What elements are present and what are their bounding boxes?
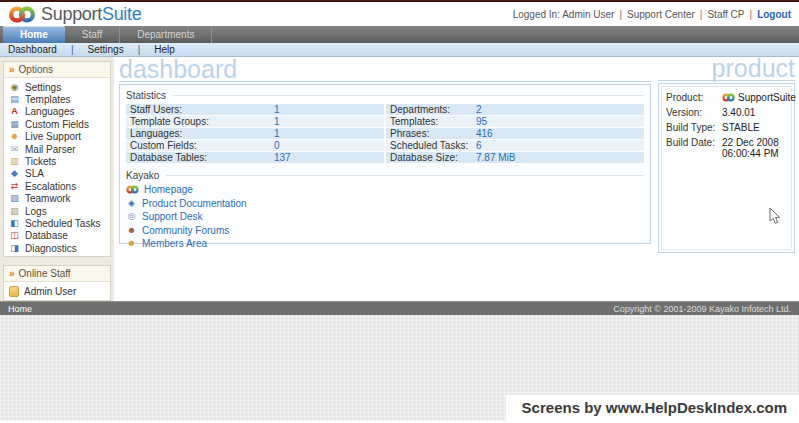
escalations-icon: ⇄ [9,181,20,192]
staff-cp-link[interactable]: Staff CP [707,9,744,20]
table-row: Custom Fields:0 Scheduled Tasks:6 [126,140,644,151]
support-desk-link[interactable]: ◎Support Desk [126,211,644,222]
product-documentation-icon: ◈ [126,198,137,209]
page-background: Screens by www.HelpDeskIndex.com [0,315,799,421]
sidebar-item-live-support[interactable]: ☻Live Support [4,131,110,143]
table-row: Database Tables:137 Database Size:7.87 M… [126,152,644,163]
sidebar-item-custom-fields[interactable]: ▦Custom Fields [4,118,110,130]
product-documentation-link[interactable]: ◈Product Documentation [126,198,644,209]
sidebar-item-admin-user[interactable]: Admin User [4,285,110,297]
languages-icon: A [9,106,20,117]
content-area: » Options ◉Settings ▤Templates ALanguage… [0,57,799,301]
sidebar-item-templates[interactable]: ▤Templates [4,93,110,105]
product-panel-inner: Product: SupportSuite Version:3.40.01 Bu… [661,86,792,250]
chevrons-icon: » [9,66,15,74]
online-staff-items: Admin User [4,282,110,299]
subnav-help[interactable]: Help [154,44,175,55]
sidebar-item-logs[interactable]: ▨Logs [4,205,110,217]
homepage-link[interactable]: Homepage [126,184,644,195]
stat-value-link[interactable]: 95 [476,116,487,127]
product-section: product Product: SupportSuite Version:3.… [658,57,799,301]
custom-fields-icon: ▦ [9,119,20,130]
dashboard-panel: Statistics Staff Users:1 Departments:2 T… [119,84,651,244]
online-staff-label: Online Staff [19,268,71,279]
table-row: Languages:1 Phrases:416 [126,128,644,139]
stat-value-link[interactable]: 0 [274,140,280,151]
stat-value-link[interactable]: 137 [274,152,291,163]
table-row: Staff Users:1 Departments:2 [126,104,644,115]
sidebar-item-diagnostics[interactable]: ◨Diagnostics [4,242,110,254]
sidebar-item-sla[interactable]: ◆SLA [4,168,110,180]
live-support-icon: ☻ [9,131,20,142]
logs-icon: ▨ [9,206,20,217]
product-row: Build Type:STABLE [666,122,787,133]
stat-value-link[interactable]: 1 [274,104,280,115]
support-desk-icon: ◎ [126,211,137,222]
stat-value-link[interactable]: 416 [476,128,493,139]
logout-link[interactable]: Logout [757,9,791,20]
header-rule [166,175,644,176]
table-row: Template Groups:1 Templates:95 [126,116,644,127]
tab-home[interactable]: Home [3,26,65,43]
stat-value-link[interactable]: 6 [476,140,482,151]
online-staff-header: » Online Staff [4,266,110,282]
main-nav-tabbar: Home Staff Departments [0,26,799,43]
options-header-label: Options [19,64,53,75]
product-value: SupportSuite [722,92,796,103]
logged-in-label: Logged In: Admin User [513,9,615,20]
kayako-logo-icon [8,5,36,24]
sidebar: » Options ◉Settings ▤Templates ALanguage… [0,57,114,301]
options-panel: » Options ◉Settings ▤Templates ALanguage… [3,61,111,257]
product-row: Version:3.40.01 [666,107,787,118]
sidebar-item-teamwork[interactable]: ▧Teamwork [4,193,110,205]
templates-icon: ▤ [9,94,20,105]
stat-value-link[interactable]: 1 [274,116,280,127]
app-title: SupportSuite [41,4,141,25]
product-title: product [658,57,795,81]
homepage-icon [126,185,139,194]
tab-staff[interactable]: Staff [65,26,120,43]
members-area-icon: ☻ [126,238,137,249]
statistics-section-header: Statistics [126,90,644,101]
stat-value-link[interactable]: 1 [274,128,280,139]
online-staff-panel: » Online Staff Admin User [3,265,111,300]
app-header: SupportSuite Logged In: Admin User | Sup… [0,2,799,26]
sidebar-item-languages[interactable]: ALanguages [4,106,110,118]
app-logo: SupportSuite [8,4,141,25]
members-area-link[interactable]: ☻Members Area [126,238,644,249]
stat-value-link[interactable]: 7.87 MiB [476,152,515,163]
sidebar-item-mail-parser[interactable]: ✉Mail Parser [4,143,110,155]
tab-departments[interactable]: Departments [120,26,212,43]
dashboard-section: dashboard Statistics Staff Users:1 Depar… [114,57,658,301]
statistics-table: Staff Users:1 Departments:2 Template Gro… [126,104,644,163]
kayako-links: Homepage ◈Product Documentation ◎Support… [126,184,644,249]
sidebar-item-settings[interactable]: ◉Settings [4,81,110,93]
subnav-settings[interactable]: Settings [88,44,124,55]
scheduled-tasks-icon: ◧ [9,218,20,229]
support-center-link[interactable]: Support Center [627,9,695,20]
watermark-label: Screens by www.HelpDeskIndex.com [506,395,799,421]
copyright-text: Copyright © 2001-2009 Kayako Infotech Lt… [613,304,791,314]
kayako-mini-icon [722,93,735,102]
chevrons-icon: » [9,270,15,278]
subnav-dashboard[interactable]: Dashboard [8,44,57,55]
page-title: dashboard [119,58,651,82]
teamwork-icon: ▧ [9,193,20,204]
sidebar-item-escalations[interactable]: ⇄Escalations [4,180,110,192]
header-rule [173,95,644,96]
product-row: Build Date:22 Dec 2008 06:00:44 PM [666,137,787,159]
stat-value-link[interactable]: 2 [476,104,482,115]
sidebar-item-scheduled-tasks[interactable]: ◧Scheduled Tasks [4,217,110,229]
login-info: Logged In: Admin User | Support Center |… [513,9,791,20]
kayako-section-header: Kayako [126,170,644,181]
sidebar-item-tickets[interactable]: ▥Tickets [4,155,110,167]
community-forums-link[interactable]: ☻Community Forums [126,225,644,236]
admin-user-icon [9,286,19,297]
options-items: ◉Settings ▤Templates ALanguages ▦Custom … [4,78,110,256]
diagnostics-icon: ◨ [9,243,20,254]
sidebar-item-database[interactable]: ◫Database [4,230,110,242]
database-icon: ◫ [9,230,20,241]
product-panel: Product: SupportSuite Version:3.40.01 Bu… [658,83,795,253]
options-panel-header: » Options [4,62,110,78]
product-row: Product: SupportSuite [666,92,787,103]
